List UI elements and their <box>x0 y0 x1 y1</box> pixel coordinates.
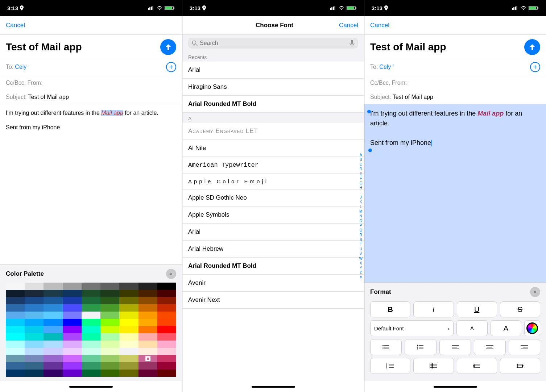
color-cell[interactable] <box>82 312 100 319</box>
color-cell[interactable] <box>82 341 100 348</box>
color-cell[interactable] <box>138 297 157 304</box>
alpha-p[interactable]: P <box>359 224 363 228</box>
mail-body-1[interactable]: I'm trying out different features in the… <box>0 104 182 264</box>
subject-value-1[interactable]: Test of Mail app <box>28 94 69 100</box>
selected-color-cell[interactable] <box>138 355 157 362</box>
alpha-q[interactable]: Q <box>359 228 363 233</box>
color-cell[interactable] <box>100 355 119 362</box>
color-cell[interactable] <box>25 312 44 319</box>
color-cell[interactable] <box>63 348 82 355</box>
color-cell[interactable] <box>100 370 119 377</box>
underline-button[interactable]: U <box>457 301 497 317</box>
align-center-button[interactable] <box>474 339 505 355</box>
color-cell[interactable] <box>82 370 100 377</box>
color-cell[interactable] <box>63 333 82 341</box>
color-cell[interactable] <box>25 341 44 348</box>
alpha-z[interactable]: Z <box>359 271 363 275</box>
alpha-j[interactable]: J <box>359 195 363 200</box>
color-cell[interactable] <box>157 348 176 355</box>
color-cell[interactable] <box>100 362 119 370</box>
alpha-w[interactable]: W <box>359 257 363 261</box>
color-cell[interactable] <box>63 283 82 290</box>
subject-value-3[interactable]: Test of Mail app <box>393 94 433 100</box>
color-cell[interactable] <box>119 283 138 290</box>
color-cell[interactable] <box>82 283 100 290</box>
text-direction-right-button[interactable] <box>500 358 540 374</box>
color-cell[interactable] <box>138 312 157 319</box>
color-cell[interactable] <box>25 370 44 377</box>
color-cell[interactable] <box>82 290 100 297</box>
color-cell[interactable] <box>6 362 25 370</box>
color-cell[interactable] <box>6 304 25 312</box>
add-contact-button-3[interactable]: + <box>530 62 540 72</box>
color-cell[interactable] <box>138 333 157 341</box>
alpha-i[interactable]: I <box>359 191 363 195</box>
bold-button[interactable]: B <box>370 301 410 317</box>
color-cell[interactable] <box>63 370 82 377</box>
color-cell[interactable] <box>6 370 25 377</box>
color-cell[interactable] <box>63 304 82 312</box>
font-item-arial[interactable]: Arial <box>182 224 364 241</box>
color-cell[interactable] <box>157 297 176 304</box>
alpha-d[interactable]: D <box>359 167 363 171</box>
search-input[interactable] <box>200 40 347 46</box>
color-cell[interactable] <box>25 297 44 304</box>
color-cell[interactable] <box>119 326 138 333</box>
alpha-l[interactable]: L <box>359 205 363 209</box>
alpha-g[interactable]: G <box>359 181 363 185</box>
color-cell[interactable] <box>63 355 82 362</box>
indent-levels-button[interactable] <box>413 358 454 374</box>
color-cell[interactable] <box>63 297 82 304</box>
alpha-m[interactable]: M <box>359 209 363 214</box>
color-cell[interactable] <box>44 283 62 290</box>
color-cell[interactable] <box>100 326 119 333</box>
color-cell[interactable] <box>6 319 25 326</box>
to-value-1[interactable]: Cely <box>15 64 26 70</box>
color-cell[interactable] <box>82 355 100 362</box>
color-cell[interactable] <box>44 333 62 341</box>
alpha-t[interactable]: T <box>359 242 363 247</box>
color-cell[interactable] <box>63 290 82 297</box>
font-size-large-button[interactable]: A <box>491 320 521 336</box>
font-size-small-button[interactable]: A <box>456 320 487 336</box>
font-item-arial-rounded[interactable]: Arial Rounded MT Bold <box>182 258 364 275</box>
font-item-avenir[interactable]: Avenir <box>182 275 364 292</box>
mail-body-3[interactable]: I'm trying out different features in the… <box>364 104 546 282</box>
color-cell[interactable] <box>44 297 62 304</box>
color-cell[interactable] <box>6 283 25 290</box>
send-button-1[interactable] <box>160 39 176 55</box>
italic-button[interactable]: I <box>413 301 454 317</box>
color-cell[interactable] <box>138 326 157 333</box>
color-cell[interactable] <box>100 304 119 312</box>
color-cell[interactable] <box>100 319 119 326</box>
color-cell[interactable] <box>44 326 62 333</box>
color-cell[interactable] <box>119 312 138 319</box>
to-value-3[interactable]: Cely ' <box>379 64 394 70</box>
color-cell[interactable] <box>6 333 25 341</box>
color-cell[interactable] <box>119 304 138 312</box>
color-palette-close-button[interactable]: × <box>166 269 176 279</box>
format-close-button[interactable]: × <box>530 287 540 297</box>
color-cell[interactable] <box>25 355 44 362</box>
color-cell[interactable] <box>100 333 119 341</box>
color-cell[interactable] <box>44 348 62 355</box>
color-cell[interactable] <box>44 319 62 326</box>
indent-left-button[interactable] <box>370 358 410 374</box>
color-cell[interactable] <box>25 304 44 312</box>
bullet-list-button[interactable] <box>405 339 436 355</box>
alpha-x[interactable]: X <box>359 261 363 266</box>
color-cell[interactable] <box>82 333 100 341</box>
alpha-b[interactable]: B <box>359 158 363 162</box>
color-cell[interactable] <box>25 348 44 355</box>
color-cell[interactable] <box>44 341 62 348</box>
alpha-n[interactable]: N <box>359 214 363 218</box>
color-cell[interactable] <box>119 348 138 355</box>
color-cell[interactable] <box>25 326 44 333</box>
color-cell[interactable] <box>82 304 100 312</box>
color-cell[interactable] <box>157 333 176 341</box>
color-cell[interactable] <box>44 290 62 297</box>
color-cell[interactable] <box>100 312 119 319</box>
color-cell[interactable] <box>119 297 138 304</box>
color-cell[interactable] <box>119 370 138 377</box>
font-item-emoji[interactable]: Apple Color Emoji <box>182 174 364 189</box>
